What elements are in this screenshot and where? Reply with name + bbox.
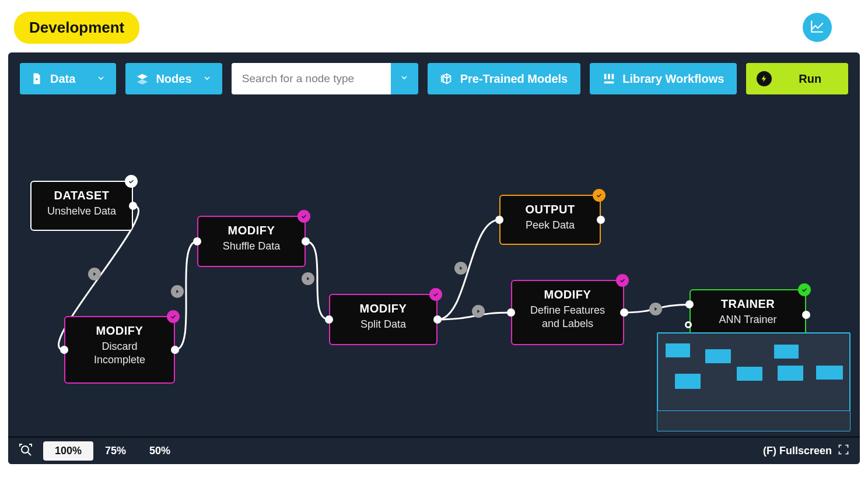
node-subtitle: ANN Trainer	[702, 313, 793, 327]
chevron-down-icon	[400, 73, 409, 85]
library-workflows-label: Library Workflows	[622, 72, 724, 86]
svg-rect-5	[604, 74, 607, 79]
edge-arrow	[454, 262, 467, 275]
search-dropdown-toggle[interactable]	[391, 63, 418, 94]
search-input[interactable]	[232, 63, 391, 94]
node-subtitle: Define Features and Labels	[524, 304, 611, 330]
data-dropdown[interactable]: Data	[20, 63, 116, 94]
svg-marker-1	[137, 74, 148, 79]
development-badge-label: Development	[29, 19, 124, 37]
node-body: OUTPUTPeek Data	[501, 196, 600, 244]
port-out[interactable]	[433, 315, 442, 324]
node-features[interactable]: MODIFYDefine Features and Labels	[511, 280, 624, 345]
edge-discard-shuffle	[175, 241, 197, 350]
check-badge	[798, 283, 811, 296]
svg-rect-7	[612, 74, 614, 79]
zoom-level-group: 100%75%50%	[43, 441, 182, 461]
node-dataset[interactable]: DATASETUnshelve Data	[30, 181, 133, 231]
node-subtitle: Shuffle Data	[210, 240, 293, 253]
port-out[interactable]	[802, 311, 810, 319]
node-title: DATASET	[43, 189, 120, 202]
node-body: MODIFYShuffle Data	[198, 217, 304, 266]
pretrained-models-label: Pre-Trained Models	[460, 72, 568, 86]
check-badge	[429, 288, 442, 301]
library-workflows-button[interactable]: Library Workflows	[590, 63, 737, 94]
run-label: Run	[799, 72, 821, 86]
svg-line-10	[28, 452, 31, 455]
port-in[interactable]	[60, 346, 68, 354]
node-subtitle: Unshelve Data	[43, 205, 120, 218]
canvas-footer: 100%75%50% (F) Fullscreen	[8, 436, 860, 464]
node-title: MODIFY	[210, 224, 293, 237]
pretrained-models-button[interactable]: Pre-Trained Models	[428, 63, 581, 94]
port-in-secondary[interactable]	[685, 321, 692, 328]
nodes-label: Nodes	[156, 72, 191, 86]
analytics-button[interactable]	[803, 13, 832, 42]
file-icon	[30, 72, 43, 85]
port-out[interactable]	[302, 237, 310, 245]
check-badge	[593, 189, 606, 202]
port-out[interactable]	[597, 216, 605, 224]
minimap-node	[705, 349, 731, 363]
fullscreen-label: (F) Fullscreen	[763, 445, 832, 457]
minimap-node	[816, 366, 843, 380]
port-out[interactable]	[620, 308, 628, 317]
minimap-node	[666, 343, 690, 357]
node-title: OUTPUT	[512, 203, 588, 216]
svg-point-0	[36, 78, 38, 80]
chevron-down-icon	[96, 72, 106, 86]
node-subtitle: Peek Data	[512, 219, 588, 232]
svg-rect-6	[608, 74, 610, 79]
node-discard[interactable]: MODIFYDiscard Incomplete	[64, 316, 175, 384]
svg-rect-8	[604, 82, 614, 84]
zoom-option-75[interactable]: 75%	[93, 441, 138, 461]
edge-split-features	[438, 313, 511, 320]
search-node-type[interactable]	[232, 63, 418, 94]
bolt-icon	[757, 71, 772, 86]
cube-icon	[440, 72, 453, 85]
minimap[interactable]	[657, 332, 850, 431]
node-body: DATASETUnshelve Data	[32, 182, 132, 230]
edge-arrow	[472, 305, 485, 318]
port-out[interactable]	[171, 346, 179, 354]
zoom-option-100[interactable]: 100%	[43, 441, 93, 461]
development-badge: Development	[14, 12, 139, 44]
edge-arrow	[88, 268, 101, 280]
node-shuffle[interactable]: MODIFYShuffle Data	[197, 216, 306, 267]
node-peek[interactable]: OUTPUTPeek Data	[499, 195, 601, 245]
minimap-node	[778, 366, 803, 381]
fit-screen-icon	[19, 449, 33, 459]
edge-features-trainer	[624, 304, 690, 313]
node-title: TRAINER	[702, 297, 793, 311]
node-split[interactable]: MODIFYSplit Data	[329, 294, 438, 345]
edge-arrow	[302, 272, 314, 285]
node-title: MODIFY	[342, 302, 425, 315]
port-in[interactable]	[495, 216, 503, 224]
columns-icon	[603, 72, 615, 85]
nodes-dropdown[interactable]: Nodes	[125, 63, 222, 94]
chart-line-icon	[810, 19, 825, 36]
toolbar: Data Nodes	[8, 52, 860, 105]
zoom-option-50[interactable]: 50%	[138, 441, 182, 461]
port-in[interactable]	[193, 237, 201, 245]
port-out[interactable]	[129, 202, 137, 210]
layers-icon	[136, 72, 149, 85]
minimap-node	[675, 374, 701, 389]
fit-view-button[interactable]	[19, 443, 33, 459]
node-body: MODIFYSplit Data	[330, 295, 436, 344]
workflow-canvas[interactable]: DATASETUnshelve DataMODIFYDiscard Incomp…	[8, 105, 860, 436]
run-button[interactable]: Run	[746, 63, 848, 94]
top-bar: Development	[0, 0, 868, 52]
chevron-down-icon	[202, 72, 212, 86]
svg-point-9	[22, 446, 29, 453]
fullscreen-button[interactable]: (F) Fullscreen	[763, 444, 849, 458]
minimap-node	[774, 345, 799, 359]
data-label: Data	[50, 72, 75, 86]
svg-marker-2	[137, 79, 148, 85]
edge-split-peek	[438, 220, 499, 320]
edge-arrow	[171, 285, 184, 298]
workflow-panel: Data Nodes	[8, 52, 860, 464]
port-in[interactable]	[507, 308, 515, 317]
port-in[interactable]	[325, 315, 333, 324]
edge-shuffle-split	[306, 241, 329, 320]
